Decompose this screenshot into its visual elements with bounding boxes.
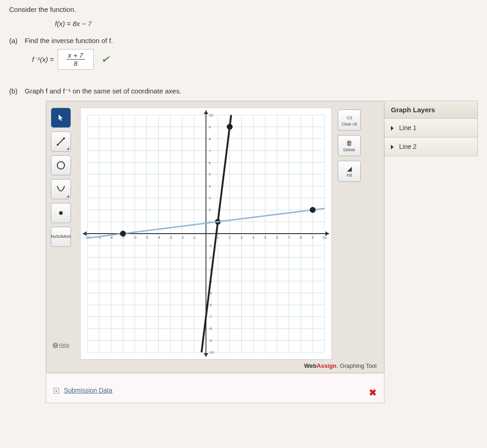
- svg-text:-5: -5: [145, 235, 149, 240]
- tool-footer: WebAssign. Graphing Tool: [46, 362, 384, 369]
- incorrect-x-icon: ✖: [369, 387, 377, 398]
- layer-row-line1[interactable]: Line 1: [384, 119, 478, 137]
- svg-text:-8: -8: [109, 235, 113, 240]
- part-a-text: Find the inverse function of f.: [25, 37, 113, 44]
- submission-data-link[interactable]: Submission Data: [64, 387, 112, 394]
- svg-text:-8: -8: [209, 327, 212, 331]
- svg-text:10: 10: [323, 235, 327, 240]
- expand-corner-icon: [66, 195, 69, 197]
- function-definition: f(x) = 8x − 7: [55, 20, 478, 27]
- clear-all-label: Clear All: [341, 122, 357, 126]
- svg-text:10: 10: [209, 113, 213, 117]
- svg-point-4: [59, 211, 63, 215]
- fill-button[interactable]: ◢ Fill: [338, 161, 361, 182]
- part-a-label: (a): [9, 37, 20, 44]
- svg-text:8: 8: [300, 235, 302, 240]
- answer-numerator: x + 7: [66, 51, 85, 60]
- no-solution-button[interactable]: No Solution: [51, 227, 71, 247]
- layer-label: Line 1: [399, 124, 417, 131]
- footer-assign: Assign: [317, 362, 336, 369]
- prompt-text: Consider the function.: [9, 5, 478, 13]
- svg-text:7: 7: [288, 235, 290, 240]
- svg-marker-52: [204, 353, 208, 357]
- graph-canvas[interactable]: -10-9-8-7-6-5-4-3-2-112345678910-10-9-8-…: [80, 108, 332, 360]
- help-link[interactable]: ?Help: [53, 342, 76, 348]
- svg-text:4: 4: [209, 184, 211, 188]
- line-tool-button[interactable]: [51, 131, 71, 152]
- svg-text:-9: -9: [209, 339, 212, 343]
- part-b-row: (b) Graph f and f⁻¹ on the same set of c…: [9, 87, 478, 95]
- svg-text:3: 3: [240, 235, 243, 240]
- chevron-right-icon: [391, 126, 394, 131]
- answer-fraction: x + 7 8: [66, 51, 85, 67]
- svg-text:3: 3: [209, 196, 211, 200]
- answer-row: f⁻¹(x) = x + 7 8 ✔: [32, 49, 478, 70]
- parabola-tool-button[interactable]: [51, 179, 71, 199]
- layer-label: Line 2: [399, 143, 417, 150]
- answer-input[interactable]: x + 7 8: [58, 49, 94, 70]
- svg-point-2: [63, 137, 65, 139]
- svg-text:6: 6: [276, 235, 278, 240]
- svg-text:-3: -3: [169, 235, 173, 240]
- answer-lhs: f⁻¹(x) =: [32, 55, 54, 64]
- svg-point-95: [227, 124, 233, 130]
- correct-check-icon: ✔: [101, 54, 109, 66]
- svg-text:5: 5: [264, 235, 266, 240]
- svg-text:2: 2: [209, 208, 211, 212]
- no-solution-label-2: Solution: [56, 235, 71, 239]
- graph-layers-panel: Graph Layers Line 1 Line 2: [384, 101, 478, 156]
- clear-icon: ▭: [346, 114, 352, 121]
- answer-denominator: 8: [66, 60, 85, 67]
- svg-text:-1: -1: [193, 235, 196, 240]
- svg-point-1: [57, 144, 59, 146]
- trash-icon: 🗑: [346, 139, 352, 147]
- svg-text:-7: -7: [209, 315, 212, 319]
- svg-point-97: [120, 231, 126, 236]
- svg-point-98: [310, 207, 315, 213]
- svg-text:-4: -4: [157, 235, 161, 240]
- clear-all-button[interactable]: ▭ Clear All: [338, 109, 361, 131]
- part-b-label: (b): [9, 87, 20, 95]
- svg-text:-6: -6: [133, 235, 137, 240]
- footer-suffix: . Graphing Tool: [336, 362, 377, 369]
- svg-text:5: 5: [209, 172, 211, 176]
- layer-row-line2[interactable]: Line 2: [384, 137, 478, 156]
- svg-text:9: 9: [312, 235, 314, 240]
- svg-text:6: 6: [209, 161, 211, 165]
- svg-marker-51: [204, 110, 208, 114]
- pointer-tool-button[interactable]: [51, 108, 71, 128]
- function-lhs: f(x) = 8x −: [55, 20, 88, 27]
- expand-icon[interactable]: +: [54, 388, 59, 393]
- svg-text:-10: -10: [209, 350, 214, 355]
- chevron-right-icon: [391, 145, 394, 149]
- svg-text:-1: -1: [209, 244, 212, 248]
- delete-button[interactable]: 🗑 Delete: [338, 135, 361, 156]
- part-a-row: (a) Find the inverse function of f.: [9, 37, 478, 44]
- graphing-tool: No Solution ?Help -10-9-8-7-6-5-4-3-2-11…: [46, 101, 384, 373]
- point-tool-button[interactable]: [51, 203, 71, 223]
- svg-text:-6: -6: [209, 303, 212, 307]
- tool-palette: No Solution ?Help: [51, 108, 76, 360]
- function-constant: 7: [88, 20, 92, 27]
- svg-text:2: 2: [229, 235, 231, 240]
- svg-text:9: 9: [209, 125, 211, 129]
- action-column: ▭ Clear All 🗑 Delete ◢ Fill: [335, 108, 363, 360]
- part-b-text: Graph f and f⁻¹ on the same set of coord…: [25, 87, 181, 95]
- svg-point-3: [57, 162, 65, 169]
- svg-text:-2: -2: [181, 235, 184, 240]
- footer-web: Web: [304, 362, 317, 369]
- circle-tool-button[interactable]: [51, 155, 71, 175]
- svg-line-0: [58, 138, 64, 145]
- help-icon: ?: [53, 343, 58, 348]
- svg-text:7: 7: [209, 149, 211, 153]
- layers-header: Graph Layers: [384, 101, 478, 119]
- fill-icon: ◢: [347, 165, 352, 172]
- svg-text:-2: -2: [209, 256, 212, 260]
- no-solution-label-1: No: [51, 235, 56, 239]
- fill-label: Fill: [346, 173, 352, 178]
- help-label: Help: [59, 342, 70, 348]
- svg-text:8: 8: [209, 137, 211, 141]
- expand-corner-icon: [66, 147, 69, 150]
- delete-label: Delete: [343, 148, 355, 152]
- submission-block: + Submission Data ✖: [46, 373, 384, 403]
